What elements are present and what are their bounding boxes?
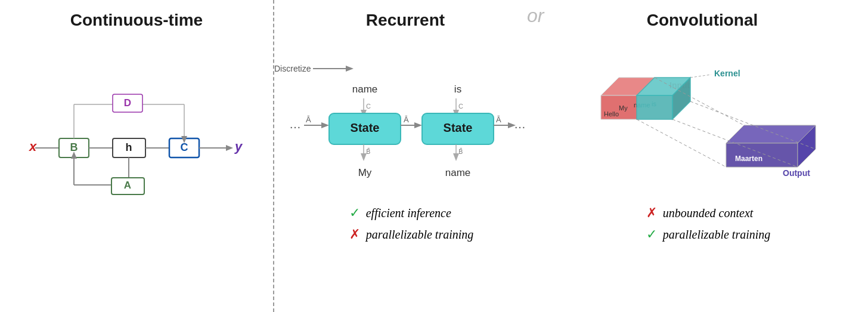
svg-text:My: My — [358, 167, 372, 178]
svg-marker-11 — [226, 145, 233, 151]
svg-marker-67 — [637, 95, 672, 119]
feature-unbounded-context: ✗ unbounded context — [646, 205, 771, 221]
svg-text:is: is — [454, 84, 461, 95]
svg-text:C: C — [366, 103, 371, 110]
svg-text:Ā: Ā — [496, 115, 501, 124]
conv-svg: Input Hello My name is Kernel — [577, 60, 827, 197]
svg-text:C: C — [458, 103, 463, 110]
svg-text:Ā: Ā — [404, 115, 409, 124]
feature-parallelizable-training-2: ✓ parallelizable training — [646, 227, 771, 242]
svg-text:B̄: B̄ — [366, 148, 371, 155]
svg-text:name: name — [352, 84, 378, 95]
svg-text:h: h — [126, 141, 132, 153]
title-recurrent: Recurrent — [366, 11, 445, 30]
svg-marker-40 — [414, 122, 422, 128]
svg-text:name: name — [445, 167, 471, 178]
conv-diagram: Input Hello My name is Kernel — [577, 60, 827, 191]
main-container: Continuous-time x B h C — [0, 0, 868, 312]
check-icon-1: ✓ — [349, 205, 360, 221]
svg-text:State: State — [351, 121, 380, 134]
section-continuous-time: Continuous-time x B h C — [0, 0, 274, 312]
recurrent-diagram: … Ā C State B̄ Ā — [286, 60, 525, 191]
discretize-label: Discretize — [274, 64, 311, 73]
svg-text:Maarten: Maarten — [735, 155, 762, 163]
svg-line-70 — [690, 75, 711, 78]
svg-text:Ā: Ā — [306, 115, 311, 124]
svg-text:Output: Output — [783, 168, 810, 178]
svg-text:Kernel: Kernel — [714, 69, 740, 78]
svg-marker-29 — [321, 122, 329, 128]
svg-text:y: y — [234, 139, 243, 154]
convolutional-features: ✗ unbounded context ✓ parallelizable tra… — [634, 205, 771, 248]
feature-text-1: efficient inference — [366, 206, 451, 220]
svg-line-78 — [637, 119, 726, 167]
circuit-svg: x B h C y — [23, 54, 250, 233]
feature-efficient-inference: ✓ efficient inference — [349, 205, 474, 221]
title-continuous-time: Continuous-time — [70, 11, 203, 30]
section-convolutional: Convolutional Input Hello My name is — [537, 0, 868, 312]
title-convolutional: Convolutional — [647, 11, 758, 30]
svg-text:D: D — [124, 97, 131, 109]
svg-text:x: x — [29, 139, 37, 154]
discretize-arrow: Discretize — [274, 63, 355, 75]
svg-text:…: … — [514, 118, 525, 131]
or-label: or — [527, 5, 544, 27]
feature-text-4: parallelizable training — [663, 228, 771, 242]
cross-icon-2: ✗ — [646, 205, 657, 221]
feature-text-3: unbounded context — [663, 206, 754, 220]
recurrent-svg: … Ā C State B̄ Ā — [286, 60, 525, 191]
feature-parallelizable-training-1: ✗ parallelizable training — [349, 227, 474, 242]
svg-text:B̄: B̄ — [458, 148, 463, 155]
cross-icon-1: ✗ — [349, 227, 360, 242]
svg-text:A: A — [124, 180, 131, 191]
recurrent-features: ✓ efficient inference ✗ parallelizable t… — [337, 205, 474, 248]
svg-text:State: State — [444, 121, 473, 134]
svg-text:…: … — [289, 118, 301, 131]
section-recurrent: Recurrent … Ā C State — [274, 0, 537, 312]
circuit-diagram: x B h C y — [23, 54, 250, 233]
svg-marker-26 — [346, 66, 354, 72]
check-icon-2: ✓ — [646, 227, 657, 242]
svg-text:Hello: Hello — [604, 110, 619, 118]
arrow-svg — [313, 63, 355, 75]
feature-text-2: parallelizable training — [366, 228, 474, 242]
svg-text:My: My — [619, 104, 628, 112]
